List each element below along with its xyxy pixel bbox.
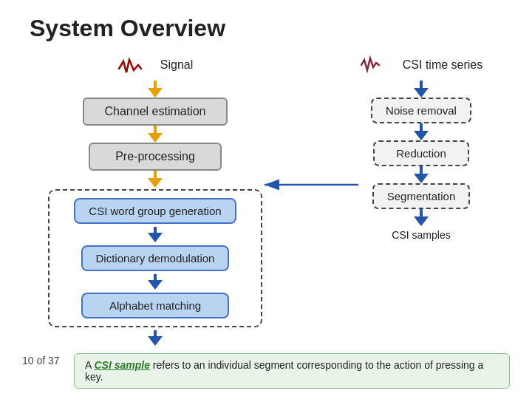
arrow-csi-to-noise [414,81,429,98]
arrow-head [148,233,163,242]
arrow-head [148,88,163,98]
arrow-channel-to-pre [148,126,163,143]
noise-removal-box: Noise removal [371,98,471,123]
arrow-head [148,133,163,143]
signal-icon [117,54,154,76]
arrow-segmentation-to-csisamples [414,209,429,226]
arrow-stem [154,330,157,336]
slide: System Overview Signal Channel estimatio… [0,0,532,399]
arrow-head [414,174,429,183]
csi-icon [360,54,397,76]
csi-samples-label: CSI samples [392,229,450,241]
note-prefix: A [85,359,94,371]
reduction-box: Reduction [373,140,469,166]
arrow-head [414,131,429,140]
slide-number: 10 of 37 [22,353,66,366]
arrow-stem [420,166,423,174]
segmentation-box: Segmentation [372,183,471,209]
right-column: CSI time series Noise removal Reduction [340,54,502,241]
arrow-dict-to-alpha [148,274,163,290]
bottom-note: 10 of 37 A CSI sample refers to an indiv… [0,353,532,389]
outer-dashed-box: CSI word group generation Dictionary dem… [48,189,262,327]
csi-time-series-label: CSI time series [403,58,482,72]
note-box: A CSI sample refers to an individual seg… [74,353,510,389]
arrow-stem [420,123,423,131]
csi-word-group-box: CSI word group generation [74,198,236,224]
main-content: Signal Channel estimation Pre-processing [30,54,502,366]
arrow-stem [154,81,157,88]
pre-processing-box: Pre-processing [89,143,222,171]
arrow-stem [154,171,157,178]
signal-label: Signal [160,58,193,72]
arrow-head [148,336,163,346]
channel-estimation-box: Channel estimation [83,98,228,126]
signal-row: Signal [117,54,193,76]
arrow-head [148,280,163,290]
arrow-stem [154,274,157,280]
arrow-to-keystrokes [148,330,163,346]
arrow-head [414,216,429,226]
arrow-signal-to-channel [148,81,163,98]
arrow-noise-to-reduction [414,123,429,140]
arrow-head [148,178,163,188]
arrow-csi-to-dict [148,227,163,242]
arrow-stem [420,209,423,216]
arrow-stem [154,227,157,233]
arrow-stem [154,126,157,133]
arrow-head [414,88,429,98]
arrow-stem [420,81,423,88]
csi-row: CSI time series [360,54,482,76]
note-italic: CSI sample [94,359,149,371]
arrow-reduction-to-segmentation [414,166,429,183]
left-column: Signal Channel estimation Pre-processing [30,54,281,366]
page-title: System Overview [30,15,502,42]
arrow-pre-to-dashed [148,171,163,188]
alphabet-matching-box: Alphabet matching [81,293,229,318]
dictionary-demodulation-box: Dictionary demodulation [81,245,230,271]
